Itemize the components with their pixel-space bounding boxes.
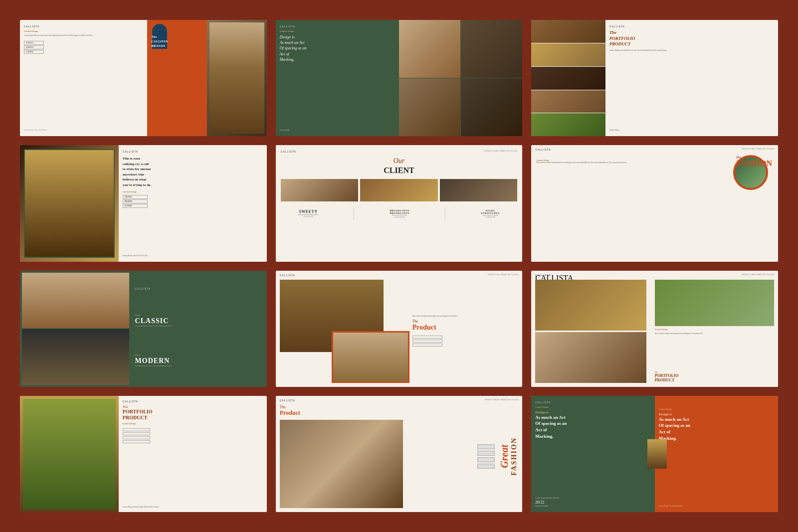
slide-12-lamp-photo (647, 439, 667, 468)
slide-10-portfolio-cream: CALLISTA The PORTFOLIOPRODUCT Creative D… (20, 396, 267, 512)
slide-6-header: CALLISTA PRODUCT DAYS / READY SET GO 202… (535, 148, 774, 152)
slide-2-sub: Creative Design (280, 30, 395, 32)
slide-7-body-classic: Lorem ipsum dolor sit amet consectetur a… (135, 325, 263, 327)
slide-12-quote-right: As much an ActOf spacing as anAct ofMark… (659, 416, 774, 441)
slide-3-title: ThePORTFOLIOPRODUCT (609, 30, 774, 47)
slide-11-great-fashion: CALLISTA PRODUCT BACKS / READY SET GO 20… (276, 396, 523, 512)
slide-10-lines (123, 428, 263, 444)
slide-3-thumb-3 (531, 67, 605, 90)
slide-9-right: Creative Design This is where the subtit… (655, 280, 774, 383)
slide-7-photo-modern (22, 329, 129, 385)
slide-11-the: The (280, 405, 403, 409)
slide-1-brand: CALLISTA (24, 25, 143, 28)
slide-12-quote-left: As much an ActOf spacing as anAct ofMark… (535, 414, 650, 439)
slide-8-line-1 (412, 336, 442, 339)
slide-12-page: 20/22 (535, 500, 650, 505)
slide-2-photo-3 (399, 78, 460, 136)
slide-8-product-title: Product (412, 324, 519, 332)
slide-3-thumbs (531, 20, 605, 136)
slide-7-modern-section: Our MODERN Lorem ipsum dolor sit amet co… (135, 353, 263, 367)
slide-6-left-text: Creative Design This is where the subtit… (536, 159, 635, 164)
slide-8-the: The (412, 319, 519, 324)
slide-8-line-2 (412, 340, 442, 343)
slide-7-right: CALLISTA Our CLASSIC Lorem ipsum dolor s… (131, 271, 267, 387)
slide-12-design-is-right: Design is (659, 412, 774, 416)
slide-3-portfolio: CALLISTA ThePORTFOLIOPRODUCT Creative De… (531, 20, 778, 136)
slide-6-fashion-text: FASHION (736, 160, 772, 168)
slide-6-body: This is where the subtitle and descripti… (536, 162, 635, 164)
slide-12-design-is-left: Design is (535, 410, 650, 414)
slide-8-left (280, 280, 409, 383)
slide-1-label-planning: PLANNING (24, 50, 44, 54)
slide-12-left: CALLISTA Creative Design Design is As mu… (531, 396, 654, 512)
slide-5-meta: PRODUCT GUIDE / READY SET GO 2024 (484, 150, 517, 154)
slide-7-brand: CALLISTA (135, 287, 263, 290)
slide-5-client-sub-brooklinen: This is where the subtitleLUXE NYSTED (390, 214, 409, 218)
slide-4-label-1: STRATEGY (123, 195, 148, 199)
slide-9-creative: Creative Design (655, 328, 774, 331)
slide-7-our-classic: Our (135, 313, 263, 317)
slide-10-line-1 (123, 428, 150, 431)
slide-grid: CALLISTA Creative Design Lorem ipsum dol… (0, 0, 798, 532)
slide-9-portfolio-area: The PORTFOLIOPRODUCT (655, 371, 774, 383)
slide-5-client-sub-night: This is where the subtitleLUXE NYSTED (481, 214, 500, 218)
slide-11-bar-1 (477, 444, 495, 449)
slide-2-photo-2 (461, 20, 522, 78)
slide-3-thumb-2 (531, 43, 605, 66)
slide-2-photos (399, 20, 522, 136)
slide-3-body: Creative Design. Lorem ipsum dolor sit a… (609, 49, 774, 51)
slide-10-creative: Creative Design (123, 422, 263, 425)
slide-11-photo (280, 420, 403, 508)
slide-2-brand: CALLISTA (280, 25, 395, 28)
slide-5-brand: CALLISTA (281, 150, 296, 153)
slide-8-lines (412, 336, 519, 348)
slide-1-left: CALLISTA Creative Design Lorem ipsum dol… (20, 20, 147, 136)
slide-1-callista-brands: CALLISTA Creative Design Lorem ipsum dol… (20, 20, 267, 136)
slide-8-right: This is where the subtitle and descripti… (412, 280, 519, 383)
slide-5-client-name-sweety: SWEETY (298, 209, 318, 214)
slide-9-brand-label: CALLISTA (535, 274, 551, 277)
slide-12-brand-left: CALLISTA (535, 401, 650, 404)
slide-4-photo-inner (24, 149, 115, 257)
slide-11-left: The Product (280, 405, 403, 508)
slide-1-footer: Creative Design / The Callista Brands (24, 129, 143, 131)
slide-10-line-3 (123, 436, 150, 439)
slide-4-footer: Product RULES / READY SET GO 2024 (123, 255, 263, 257)
slide-4-labels: STRATEGY BRANDING PLANNING (123, 195, 263, 208)
slide-11-bar-2 (477, 451, 495, 456)
slide-1-right: TheCALLISTABRANDS (147, 20, 266, 136)
slide-9-photos-left (535, 280, 646, 383)
slide-3-brand: CALLISTA (609, 25, 774, 28)
slide-4-brand: CALLISTA (123, 150, 263, 153)
slide-8-meta: PRODUCT NO / READY SET GO 2024 (488, 274, 518, 277)
slide-7-heading-modern: MODERN (135, 357, 263, 365)
slide-6-title: the FASHION (736, 155, 772, 168)
slide-11-great: Great (499, 445, 510, 468)
slide-6-meta: PRODUCT DAYS / READY SET GO 2024 (742, 148, 774, 152)
slide-2-quote: Design isAs much an ActOf spacing as anA… (280, 34, 395, 62)
slide-3-right: CALLISTA ThePORTFOLIOPRODUCT Creative De… (605, 20, 778, 136)
slide-4-sub: Creative Design (123, 190, 263, 193)
slide-9-photo-3 (655, 280, 774, 326)
slide-7-photos (20, 271, 131, 387)
slide-5-divider-2 (445, 207, 445, 220)
slide-3-thumb-4 (531, 90, 605, 113)
slide-7-our-modern: Our (135, 353, 263, 357)
slide-10-right: CALLISTA The PORTFOLIOPRODUCT Creative D… (119, 396, 267, 512)
slide-1-body: Lorem ipsum dolor sit amet consectetur a… (24, 34, 143, 37)
slide-5-header: CALLISTA PRODUCT GUIDE / READY SET GO 20… (281, 150, 518, 154)
slide-10-photo-inner (23, 399, 116, 509)
slide-1-photo-figure (209, 22, 264, 134)
slide-12-design-split: CALLISTA Creative Design Design is As mu… (531, 396, 778, 512)
slide-5-title: Our CLIENT (281, 157, 518, 175)
slide-12-footer-detail-left: Creative Design / The Fashion Portfolio (535, 497, 650, 499)
slide-11-bar-3 (477, 457, 495, 462)
slide-8-photo-accent (332, 331, 409, 383)
slide-8-brand: CALLISTA (280, 274, 295, 277)
slide-7-body-modern: Lorem ipsum dolor sit amet consectetur a… (135, 365, 263, 367)
slide-2-footer: Creative Design (280, 129, 395, 131)
slide-9-portfolio-title: PORTFOLIOPRODUCT (655, 373, 774, 383)
slide-5-photo-1 (281, 179, 359, 201)
slide-8-header: CALLISTA PRODUCT NO / READY SET GO 2024 (280, 274, 519, 277)
slide-7-classic-section: Our CLASSIC Lorem ipsum dolor sit amet c… (135, 313, 263, 327)
